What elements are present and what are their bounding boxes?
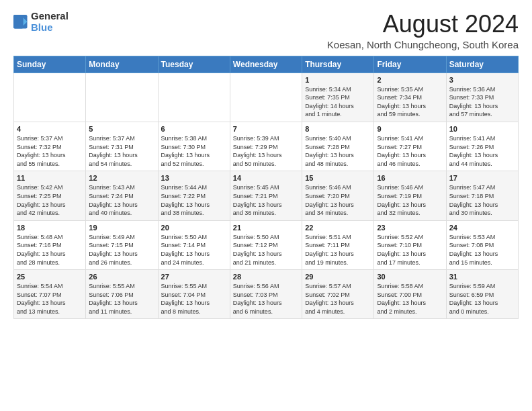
day-content: Sunrise: 5:37 AM Sunset: 7:32 PM Dayligh… xyxy=(17,134,83,168)
calendar-week-row: 18Sunrise: 5:48 AM Sunset: 7:16 PM Dayli… xyxy=(14,220,519,269)
calendar-cell: 26Sunrise: 5:55 AM Sunset: 7:06 PM Dayli… xyxy=(86,270,158,319)
day-number: 8 xyxy=(305,125,371,133)
day-number: 11 xyxy=(17,174,83,182)
logo-blue: Blue xyxy=(31,22,53,34)
day-number: 28 xyxy=(233,273,299,281)
day-number: 24 xyxy=(449,224,515,232)
calendar-cell: 14Sunrise: 5:45 AM Sunset: 7:21 PM Dayli… xyxy=(230,171,302,220)
calendar-cell: 9Sunrise: 5:41 AM Sunset: 7:27 PM Daylig… xyxy=(374,122,446,171)
day-of-week-header: Thursday xyxy=(302,56,374,73)
calendar-cell: 17Sunrise: 5:47 AM Sunset: 7:18 PM Dayli… xyxy=(446,171,518,220)
day-content: Sunrise: 5:35 AM Sunset: 7:34 PM Dayligh… xyxy=(377,85,443,119)
day-content: Sunrise: 5:53 AM Sunset: 7:08 PM Dayligh… xyxy=(449,233,515,267)
day-content: Sunrise: 5:51 AM Sunset: 7:11 PM Dayligh… xyxy=(305,233,371,267)
day-content: Sunrise: 5:46 AM Sunset: 7:19 PM Dayligh… xyxy=(377,183,443,217)
day-number: 1 xyxy=(305,76,371,84)
day-content: Sunrise: 5:39 AM Sunset: 7:29 PM Dayligh… xyxy=(233,134,299,168)
day-content: Sunrise: 5:55 AM Sunset: 7:06 PM Dayligh… xyxy=(89,282,154,316)
day-of-week-header: Sunday xyxy=(14,56,86,73)
svg-rect-2 xyxy=(13,15,24,29)
calendar-week-row: 1Sunrise: 5:34 AM Sunset: 7:35 PM Daylig… xyxy=(14,73,519,122)
logo: General Blue xyxy=(13,11,69,33)
day-content: Sunrise: 5:55 AM Sunset: 7:04 PM Dayligh… xyxy=(161,282,227,316)
calendar-cell: 11Sunrise: 5:42 AM Sunset: 7:25 PM Dayli… xyxy=(14,171,86,220)
day-content: Sunrise: 5:50 AM Sunset: 7:14 PM Dayligh… xyxy=(161,233,227,267)
day-content: Sunrise: 5:42 AM Sunset: 7:25 PM Dayligh… xyxy=(17,183,83,217)
calendar-cell: 19Sunrise: 5:49 AM Sunset: 7:15 PM Dayli… xyxy=(86,220,158,269)
day-number: 25 xyxy=(17,273,83,281)
day-of-week-header: Tuesday xyxy=(158,56,230,73)
calendar-cell: 31Sunrise: 5:59 AM Sunset: 6:59 PM Dayli… xyxy=(446,270,518,319)
day-number: 2 xyxy=(377,76,443,84)
day-content: Sunrise: 5:41 AM Sunset: 7:26 PM Dayligh… xyxy=(449,134,515,168)
day-number: 13 xyxy=(161,174,227,182)
day-content: Sunrise: 5:54 AM Sunset: 7:07 PM Dayligh… xyxy=(17,282,83,316)
day-content: Sunrise: 5:59 AM Sunset: 6:59 PM Dayligh… xyxy=(449,282,515,316)
calendar-cell: 6Sunrise: 5:38 AM Sunset: 7:30 PM Daylig… xyxy=(158,122,230,171)
day-number: 23 xyxy=(377,224,443,232)
calendar-cell: 20Sunrise: 5:50 AM Sunset: 7:14 PM Dayli… xyxy=(158,220,230,269)
day-number: 10 xyxy=(449,125,515,133)
calendar-cell: 5Sunrise: 5:37 AM Sunset: 7:31 PM Daylig… xyxy=(86,122,158,171)
day-number: 27 xyxy=(161,273,227,281)
day-number: 19 xyxy=(89,224,154,232)
day-content: Sunrise: 5:37 AM Sunset: 7:31 PM Dayligh… xyxy=(89,134,154,168)
calendar-cell: 23Sunrise: 5:52 AM Sunset: 7:10 PM Dayli… xyxy=(374,220,446,269)
day-content: Sunrise: 5:40 AM Sunset: 7:28 PM Dayligh… xyxy=(305,134,371,168)
day-content: Sunrise: 5:36 AM Sunset: 7:33 PM Dayligh… xyxy=(449,85,515,119)
day-number: 30 xyxy=(377,273,443,281)
calendar-cell: 13Sunrise: 5:44 AM Sunset: 7:22 PM Dayli… xyxy=(158,171,230,220)
day-content: Sunrise: 5:57 AM Sunset: 7:02 PM Dayligh… xyxy=(305,282,371,316)
calendar-cell: 7Sunrise: 5:39 AM Sunset: 7:29 PM Daylig… xyxy=(230,122,302,171)
day-number: 16 xyxy=(377,174,443,182)
calendar-cell: 10Sunrise: 5:41 AM Sunset: 7:26 PM Dayli… xyxy=(446,122,518,171)
day-content: Sunrise: 5:50 AM Sunset: 7:12 PM Dayligh… xyxy=(233,233,299,267)
calendar-cell: 27Sunrise: 5:55 AM Sunset: 7:04 PM Dayli… xyxy=(158,270,230,319)
calendar-cell: 3Sunrise: 5:36 AM Sunset: 7:33 PM Daylig… xyxy=(446,73,518,122)
calendar-cell: 1Sunrise: 5:34 AM Sunset: 7:35 PM Daylig… xyxy=(302,73,374,122)
calendar-cell: 8Sunrise: 5:40 AM Sunset: 7:28 PM Daylig… xyxy=(302,122,374,171)
day-number: 3 xyxy=(449,76,515,84)
day-content: Sunrise: 5:46 AM Sunset: 7:20 PM Dayligh… xyxy=(305,183,371,217)
calendar-cell xyxy=(14,73,86,122)
day-number: 31 xyxy=(449,273,515,281)
day-of-week-header: Wednesday xyxy=(230,56,302,73)
general-blue-icon xyxy=(13,15,28,30)
day-content: Sunrise: 5:44 AM Sunset: 7:22 PM Dayligh… xyxy=(161,183,227,217)
day-number: 29 xyxy=(305,273,371,281)
day-number: 14 xyxy=(233,174,299,182)
day-content: Sunrise: 5:49 AM Sunset: 7:15 PM Dayligh… xyxy=(89,233,154,267)
calendar-cell: 25Sunrise: 5:54 AM Sunset: 7:07 PM Dayli… xyxy=(14,270,86,319)
calendar-cell xyxy=(158,73,230,122)
day-number: 6 xyxy=(161,125,227,133)
day-number: 26 xyxy=(89,273,154,281)
page-subtitle: Koesan, North Chungcheong, South Korea xyxy=(327,39,519,50)
day-content: Sunrise: 5:52 AM Sunset: 7:10 PM Dayligh… xyxy=(377,233,443,267)
calendar-cell: 2Sunrise: 5:35 AM Sunset: 7:34 PM Daylig… xyxy=(374,73,446,122)
calendar-cell: 12Sunrise: 5:43 AM Sunset: 7:24 PM Dayli… xyxy=(86,171,158,220)
calendar-cell: 22Sunrise: 5:51 AM Sunset: 7:11 PM Dayli… xyxy=(302,220,374,269)
calendar-cell xyxy=(230,73,302,122)
logo-general: General xyxy=(31,11,69,22)
calendar-cell: 18Sunrise: 5:48 AM Sunset: 7:16 PM Dayli… xyxy=(14,220,86,269)
day-number: 20 xyxy=(161,224,227,232)
day-content: Sunrise: 5:41 AM Sunset: 7:27 PM Dayligh… xyxy=(377,134,443,168)
calendar-cell: 4Sunrise: 5:37 AM Sunset: 7:32 PM Daylig… xyxy=(14,122,86,171)
day-number: 9 xyxy=(377,125,443,133)
calendar-cell: 16Sunrise: 5:46 AM Sunset: 7:19 PM Dayli… xyxy=(374,171,446,220)
calendar-week-row: 4Sunrise: 5:37 AM Sunset: 7:32 PM Daylig… xyxy=(14,122,519,171)
day-content: Sunrise: 5:34 AM Sunset: 7:35 PM Dayligh… xyxy=(305,85,371,119)
day-content: Sunrise: 5:47 AM Sunset: 7:18 PM Dayligh… xyxy=(449,183,515,217)
day-number: 15 xyxy=(305,174,371,182)
calendar-table: SundayMondayTuesdayWednesdayThursdayFrid… xyxy=(13,56,519,320)
header: General Blue August 2024 Koesan, North C… xyxy=(13,11,519,50)
day-content: Sunrise: 5:45 AM Sunset: 7:21 PM Dayligh… xyxy=(233,183,299,217)
day-number: 18 xyxy=(17,224,83,232)
calendar-cell xyxy=(86,73,158,122)
calendar-cell: 21Sunrise: 5:50 AM Sunset: 7:12 PM Dayli… xyxy=(230,220,302,269)
day-of-week-header: Monday xyxy=(86,56,158,73)
calendar-cell: 28Sunrise: 5:56 AM Sunset: 7:03 PM Dayli… xyxy=(230,270,302,319)
day-number: 5 xyxy=(89,125,154,133)
day-number: 17 xyxy=(449,174,515,182)
day-of-week-header: Saturday xyxy=(446,56,518,73)
